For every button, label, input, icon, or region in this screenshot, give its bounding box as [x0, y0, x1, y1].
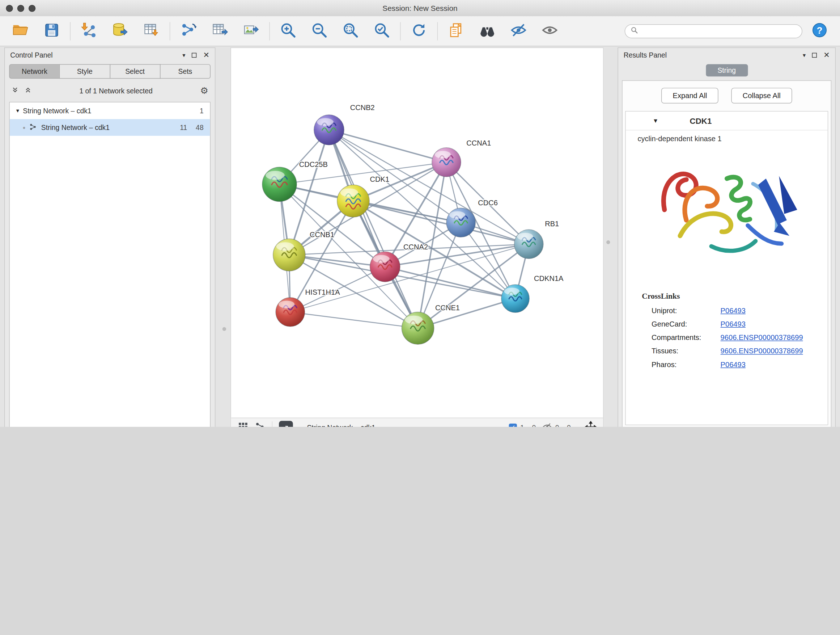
network-node-HIST1H1A[interactable]: HIST1H1A [276, 288, 340, 326]
svg-text:RB1: RB1 [545, 220, 559, 228]
crosslink-label: GeneCard: [652, 320, 721, 328]
save-icon [44, 22, 60, 40]
help-button[interactable]: ? [808, 19, 831, 43]
zoom-in-button[interactable] [276, 19, 300, 43]
network-node-CCNE1[interactable]: CCNE1 [401, 304, 460, 344]
refresh-view-button[interactable] [407, 19, 431, 43]
svg-text:CDC25B: CDC25B [299, 160, 328, 168]
edge-count: 48 [196, 124, 204, 131]
results-close-panel-icon[interactable]: ✕ [823, 51, 829, 59]
open-session-button[interactable] [9, 19, 32, 43]
zoom-selected-icon [373, 22, 391, 41]
expand-all-networks-icon[interactable] [11, 86, 19, 95]
tab-sets[interactable]: Sets [160, 64, 210, 79]
hidden-eye-slash-icon [542, 422, 552, 427]
results-maximize-panel-icon[interactable] [812, 52, 817, 57]
string-results-card: Expand All Collapse All ▼ CDK1 cyclin-de… [622, 80, 831, 427]
zoom-out-button[interactable] [308, 19, 331, 43]
maximize-panel-icon[interactable] [192, 52, 196, 57]
collapse-all-button[interactable]: Collapse All [731, 88, 792, 103]
open-folder-icon [12, 22, 29, 41]
network-node-CCNA1[interactable]: CCNA1 [432, 139, 491, 177]
minimize-window-button[interactable] [17, 5, 24, 11]
zoom-selected-button[interactable] [370, 19, 393, 43]
crosslink-link[interactable]: P06493 [721, 320, 745, 328]
zoom-fit-button[interactable] [339, 19, 362, 43]
new-network-icon [180, 22, 197, 41]
svg-text:CCNA2: CCNA2 [403, 243, 428, 251]
export-image-button[interactable] [239, 19, 263, 43]
left-splitter-handle[interactable] [223, 327, 226, 331]
svg-text:?: ? [817, 25, 823, 36]
collection-label: String Network – cdk1 [23, 107, 91, 115]
show-all-button[interactable] [538, 19, 561, 43]
svg-text:CDKN1A: CDKN1A [534, 274, 564, 282]
close-panel-icon[interactable]: ✕ [203, 51, 210, 59]
export-table-button[interactable] [208, 19, 232, 43]
crosslink-label: Uniprot: [652, 307, 721, 315]
global-search [625, 24, 802, 38]
svg-text:CCNE1: CCNE1 [435, 304, 460, 312]
eye-icon [541, 22, 559, 41]
detach-view-button[interactable] [279, 421, 293, 427]
pan-tool-icon[interactable] [585, 421, 597, 427]
collapse-all-networks-icon[interactable] [24, 86, 32, 95]
import-table-icon [142, 22, 160, 41]
titlebar: Session: New Session [0, 0, 840, 17]
first-neighbors-button[interactable] [475, 19, 499, 43]
import-network-from-database-button[interactable] [108, 19, 132, 43]
gene-collapse-icon[interactable]: ▼ [653, 117, 658, 124]
birdseye-view-icon[interactable] [237, 421, 248, 427]
tab-select[interactable]: Select [110, 64, 160, 79]
network-node-CDKN1A[interactable]: CDKN1A [501, 274, 564, 313]
crosslink-link[interactable]: 9606.ENSP00000378699 [721, 347, 803, 355]
crosslink-row-tissues: Tissues: 9606.ENSP00000378699 [626, 344, 828, 358]
network-canvas-svg[interactable]: CCNB2CCNA1CDC25BCDK1CDC6RB1CCNB1CCNA2CDK… [231, 48, 603, 417]
expand-all-button[interactable]: Expand All [661, 88, 718, 103]
zoom-window-button[interactable] [28, 5, 35, 11]
network-collection-row[interactable]: ▾ String Network – cdk1 1 [10, 103, 210, 119]
network-node-RB1[interactable]: RB1 [515, 220, 559, 258]
selected-count-label: 1 – 0 [520, 424, 536, 427]
window-controls [6, 5, 35, 11]
crosslink-row-genecard: GeneCard: P06493 [626, 318, 828, 331]
right-splitter-handle[interactable] [606, 241, 610, 244]
network-node-CDK1[interactable]: CDK1 [337, 175, 389, 217]
svg-text:CDK1: CDK1 [370, 175, 390, 183]
import-table-button[interactable] [140, 19, 163, 43]
new-network-button[interactable] [177, 19, 200, 43]
collection-expand-icon[interactable]: ▾ [16, 107, 19, 114]
tab-style[interactable]: Style [59, 64, 110, 79]
save-session-button[interactable] [40, 19, 63, 43]
zoom-in-icon [279, 22, 297, 41]
results-panel-title: Results Panel [624, 51, 667, 59]
crosslink-label: Compartments: [652, 333, 721, 341]
import-network-from-file-button[interactable] [77, 19, 101, 43]
network-options-gear-icon[interactable]: ⚙ [200, 86, 208, 95]
export-image-icon [242, 22, 260, 41]
crosslink-link[interactable]: P06493 [721, 361, 745, 369]
help-icon: ? [812, 22, 828, 40]
hide-selected-button[interactable] [507, 19, 531, 43]
clone-network-button[interactable] [444, 19, 468, 43]
network-view-toolbar: String Network – cdk1 ✓ 1 – 0 0 – 0 [231, 418, 603, 427]
string-tab-badge[interactable]: String [706, 64, 748, 76]
crosslink-link[interactable]: P06493 [721, 307, 745, 315]
gene-name: CDK1 [690, 116, 712, 125]
network-row[interactable]: ● String Network – cdk1 11 48 [10, 119, 210, 136]
crosslinks-heading: CrossLinks [626, 286, 828, 304]
float-panel-icon[interactable]: ▾ [182, 52, 185, 58]
crosslink-link[interactable]: 9606.ENSP00000378699 [721, 333, 803, 341]
close-window-button[interactable] [6, 5, 13, 11]
tab-network[interactable]: Network [9, 64, 60, 79]
gene-section: ▼ CDK1 cyclin-dependent kinase 1 [625, 111, 828, 425]
search-icon [630, 27, 638, 35]
results-float-panel-icon[interactable]: ▾ [803, 52, 806, 58]
network-share-icon[interactable] [255, 421, 265, 427]
search-input[interactable] [642, 27, 796, 35]
results-panel: Results Panel ▾ ✕ String Expand All Coll… [617, 48, 836, 427]
control-panel: Control Panel ▾ ✕ Network Style Select S… [4, 48, 215, 427]
protein-structure-image [626, 145, 828, 286]
gene-description: cyclin-dependent kinase 1 [626, 130, 828, 145]
collection-count: 1 [200, 107, 204, 115]
